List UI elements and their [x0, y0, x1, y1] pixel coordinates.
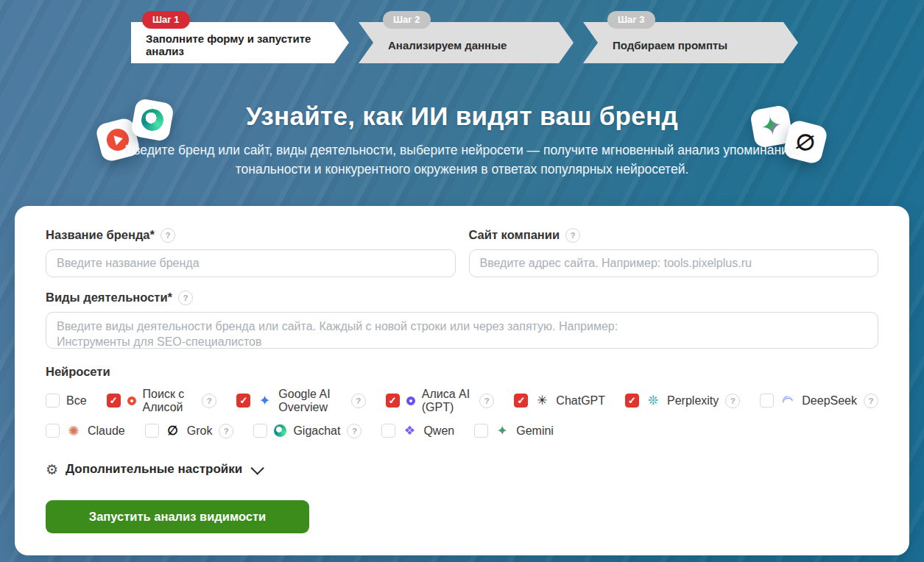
claude-icon — [66, 424, 81, 438]
network-option-alice-search[interactable]: ✓Поиск с Алисой? — [107, 388, 217, 414]
checkbox[interactable] — [381, 424, 395, 438]
network-option-all[interactable]: Все — [46, 394, 87, 408]
step-2-badge: Шаг 2 — [383, 11, 431, 29]
checkbox[interactable] — [760, 394, 774, 408]
networks-label: Нейросети — [46, 365, 878, 379]
network-option-alice-gpt[interactable]: ✓Алиса AI (GPT)? — [386, 388, 495, 414]
step-3-badge: Шаг 3 — [607, 11, 655, 29]
network-label: Поиск с Алисой — [143, 388, 196, 414]
gigachat-icon — [274, 424, 286, 437]
network-label: DeepSeek — [802, 394, 857, 408]
analysis-form-card: Название бренда* ? Сайт компании ? Виды … — [15, 206, 909, 555]
deepseek-icon — [780, 394, 795, 408]
step-2: Шаг 2 Анализируем данные — [359, 22, 574, 63]
help-icon[interactable]: ? — [725, 394, 740, 408]
brand-label: Название бренда* — [46, 228, 155, 242]
checkbox[interactable] — [253, 424, 267, 438]
checkbox[interactable]: ✓ — [107, 394, 121, 408]
activities-field-group: Виды деятельности* ? — [46, 291, 878, 352]
network-label: Алиса AI (GPT) — [422, 388, 473, 414]
network-option-chatgpt[interactable]: ✓ChatGPT — [514, 394, 605, 408]
checkbox[interactable]: ✓ — [625, 394, 639, 408]
checkbox[interactable] — [145, 424, 159, 438]
checkbox[interactable] — [46, 394, 60, 408]
network-option-grok[interactable]: Grok? — [145, 424, 234, 438]
network-label: Google AI Overview — [278, 388, 344, 414]
network-label: ChatGPT — [556, 394, 605, 408]
alice-gpt-icon — [406, 396, 415, 405]
site-label: Сайт компании — [469, 228, 560, 242]
help-icon[interactable]: ? — [202, 394, 216, 408]
network-option-claude[interactable]: Claude — [46, 424, 125, 438]
activities-textarea[interactable] — [46, 312, 878, 349]
activities-label: Виды деятельности* — [46, 291, 172, 305]
chatgpt-icon — [535, 394, 549, 408]
network-label: Gemini — [516, 424, 554, 438]
hero: Узнайте, как ИИ видят ваш бренд Введите … — [0, 102, 924, 179]
network-label: Claude — [88, 424, 125, 438]
advanced-settings-toggle[interactable]: ⚙ Дополнительные настройки — [46, 461, 261, 478]
brand-input[interactable] — [46, 249, 456, 277]
checkbox[interactable]: ✓ — [386, 394, 400, 408]
network-option-google-ai[interactable]: ✓Google AI Overview? — [236, 388, 365, 414]
step-3: Шаг 3 Подбираем промпты — [583, 22, 798, 63]
advanced-settings-label: Дополнительные настройки — [66, 462, 242, 477]
checkbox[interactable] — [46, 424, 60, 438]
network-label: Все — [66, 394, 87, 408]
checkbox[interactable]: ✓ — [514, 394, 528, 408]
network-label: Qwen — [423, 424, 454, 438]
qwen-icon — [402, 424, 417, 438]
help-icon[interactable]: ? — [161, 228, 175, 243]
steps-row: Шаг 1 Заполните форму и запустите анализ… — [0, 0, 924, 63]
network-option-qwen[interactable]: Qwen — [381, 424, 454, 438]
help-icon[interactable]: ? — [351, 394, 366, 408]
page-subtitle: Введите бренд или сайт, виды деятельност… — [107, 140, 817, 179]
google-ai-icon — [257, 394, 272, 408]
help-icon[interactable]: ? — [565, 228, 580, 243]
network-row: Все✓Поиск с Алисой?✓Google AI Overview?✓… — [46, 388, 878, 414]
site-input[interactable] — [469, 249, 879, 277]
network-option-deepseek[interactable]: DeepSeek? — [760, 394, 878, 408]
checkbox[interactable] — [474, 424, 488, 438]
step-1: Шаг 1 Заполните форму и запустите анализ — [131, 22, 349, 63]
grok-icon — [166, 424, 180, 438]
page-title: Узнайте, как ИИ видят ваш бренд — [0, 102, 924, 131]
chevron-down-icon — [251, 461, 264, 474]
checkbox[interactable]: ✓ — [236, 394, 250, 408]
help-icon[interactable]: ? — [178, 291, 193, 305]
run-analysis-button[interactable]: Запустить анализ видимости — [46, 500, 309, 533]
network-label: Gigachat — [293, 424, 340, 438]
alice-search-icon — [127, 396, 136, 405]
networks-section: Нейросети Все✓Поиск с Алисой?✓Google AI … — [46, 365, 878, 438]
site-field-group: Сайт компании ? — [469, 228, 879, 277]
network-option-gigachat[interactable]: Gigachat? — [253, 424, 362, 438]
help-icon[interactable]: ? — [347, 424, 362, 438]
step-1-badge: Шаг 1 — [142, 11, 190, 29]
help-icon[interactable]: ? — [219, 424, 233, 438]
network-rows: Все✓Поиск с Алисой?✓Google AI Overview?✓… — [46, 388, 878, 438]
gear-icon: ⚙ — [46, 461, 58, 478]
network-label: Grok — [187, 424, 213, 438]
gemini-icon — [495, 424, 509, 438]
network-option-gemini[interactable]: Gemini — [474, 424, 554, 438]
brand-field-group: Название бренда* ? — [46, 228, 456, 277]
page-background: Шаг 1 Заполните форму и запустите анализ… — [0, 0, 924, 562]
network-label: Perplexity — [667, 394, 719, 408]
network-row: ClaudeGrok?Gigachat?QwenGemini — [46, 424, 878, 438]
network-option-perplexity[interactable]: ✓Perplexity? — [625, 394, 740, 408]
help-icon[interactable]: ? — [864, 394, 878, 408]
help-icon[interactable]: ? — [479, 394, 494, 408]
perplexity-icon — [646, 394, 660, 408]
